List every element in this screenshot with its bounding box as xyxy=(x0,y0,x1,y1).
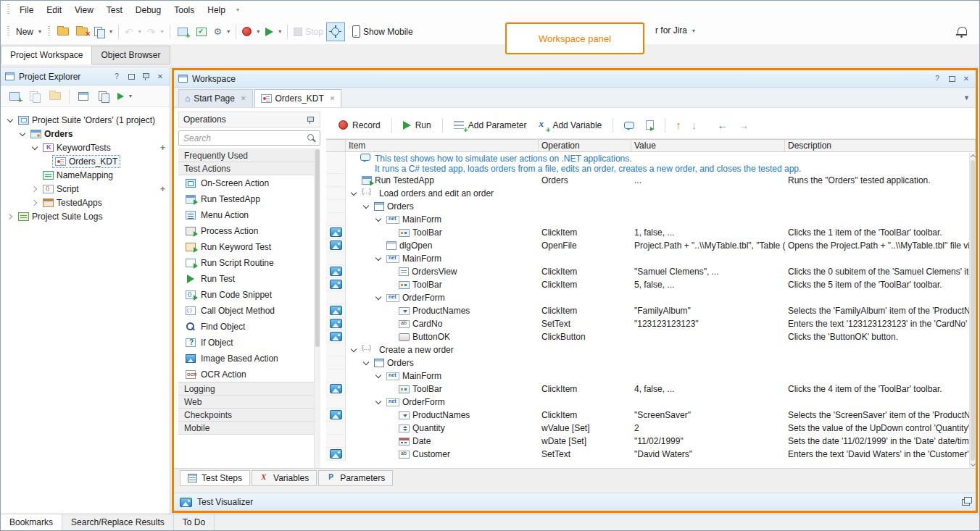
expand-chevron-icon[interactable] xyxy=(5,115,15,125)
pin-panel-icon[interactable] xyxy=(141,72,151,82)
tree-item-orders-kdt[interactable]: Orders_KDT xyxy=(1,154,170,168)
expand-chevron-icon[interactable] xyxy=(373,214,383,225)
update-items-button[interactable] xyxy=(94,87,113,106)
row-mainform[interactable]: MainForm xyxy=(326,213,976,226)
expand-chevron-icon[interactable] xyxy=(361,201,371,212)
menu-file[interactable]: File xyxy=(13,3,40,17)
run-test-button[interactable]: ▾ xyxy=(262,22,284,41)
run-project-button[interactable]: ▾ xyxy=(115,87,135,106)
save-button[interactable]: ▾ xyxy=(91,22,115,41)
outdent-button[interactable]: ← xyxy=(714,120,731,130)
notifications-bell-icon[interactable] xyxy=(956,26,968,38)
tab-object-browser[interactable]: Object Browser xyxy=(92,46,170,64)
operation-find-object[interactable]: Find Object xyxy=(178,319,320,335)
add-new-item-button[interactable] xyxy=(173,22,192,41)
run-button[interactable]: Run xyxy=(399,118,435,133)
tree-item-script[interactable]: Script+ xyxy=(1,182,170,196)
row-ordersview[interactable]: OrdersViewClickItem"Samuel Clemens", ...… xyxy=(326,265,976,278)
tab-project-workspace[interactable]: Project Workspace xyxy=(1,46,92,64)
visualizer-thumbnail-icon[interactable] xyxy=(330,267,342,276)
toolbar-grip[interactable] xyxy=(7,26,9,37)
new-button[interactable]: New▾ xyxy=(13,22,44,41)
operation-menu-action[interactable]: Menu Action xyxy=(178,207,320,223)
operation-run-testedapp[interactable]: Run TestedApp xyxy=(178,191,320,207)
expand-chevron-icon[interactable] xyxy=(361,358,371,368)
menu-overflow-chevron[interactable]: ▾ xyxy=(236,7,239,13)
row-toolbar[interactable]: ToolBarClickItem5, false, ...Clicks the … xyxy=(326,278,976,291)
redo-button[interactable]: ↷▾ xyxy=(144,22,167,41)
menu-tools[interactable]: Tools xyxy=(167,3,201,17)
visualizer-thumbnail-icon[interactable] xyxy=(330,384,342,393)
close-tab-icon[interactable]: ✕ xyxy=(330,95,336,102)
expand-chevron-icon[interactable] xyxy=(373,371,383,381)
tab-test-steps[interactable]: Test Steps xyxy=(180,470,250,486)
tools-options-button[interactable]: ⚙▾ xyxy=(211,22,233,41)
row-toolbar[interactable]: ToolBarClickItem4, false, ...Clicks the … xyxy=(326,382,976,396)
row-run-testedapp[interactable]: Run TestedAppOrders...Runs the "Orders" … xyxy=(326,174,976,187)
scroll-down-icon[interactable] xyxy=(971,461,976,467)
column-header-description[interactable]: Description xyxy=(785,140,976,151)
expand-chevron-icon[interactable] xyxy=(373,397,383,407)
operation-run-keyword-test[interactable]: Run Keyword Test xyxy=(178,239,320,255)
refresh-item-button[interactable] xyxy=(74,87,93,106)
row-toolbar[interactable]: ToolBarClickItem1, false, ...Clicks the … xyxy=(326,226,976,239)
operation-run-code-snippet[interactable]: Run Code Snippet xyxy=(178,287,320,303)
scroll-up-icon[interactable] xyxy=(971,154,976,159)
column-header-item[interactable]: Item xyxy=(346,140,539,151)
add-button[interactable]: + xyxy=(160,184,165,194)
row-quantity[interactable]: QuantitywValue [Set]2Sets the value of t… xyxy=(326,422,976,435)
visualizer-thumbnail-icon[interactable] xyxy=(330,319,342,328)
stop-button[interactable]: Stop xyxy=(291,22,326,41)
visualizer-thumbnail-icon[interactable] xyxy=(330,306,342,315)
expand-chevron-icon[interactable] xyxy=(373,293,383,303)
row-mainform[interactable]: MainForm xyxy=(326,252,976,265)
pin-panel-icon[interactable] xyxy=(305,114,315,125)
menu-view[interactable]: View xyxy=(68,3,100,17)
operation-if-object[interactable]: If Object xyxy=(178,335,320,351)
operations-category-frequently-used[interactable]: Frequently Used xyxy=(178,149,320,162)
tree-item-orders[interactable]: Orders xyxy=(1,127,170,141)
help-icon[interactable]: ? xyxy=(112,72,122,82)
add-existing-item-button[interactable] xyxy=(25,87,44,106)
visualizer-thumbnail-icon[interactable] xyxy=(330,332,342,341)
indent-button[interactable]: → xyxy=(735,120,752,130)
expand-visualizer-icon[interactable] xyxy=(962,499,970,506)
jira-integration-button[interactable]: r for Jira▾ xyxy=(655,25,695,35)
toolbar-grip[interactable] xyxy=(7,4,9,15)
menu-help[interactable]: Help xyxy=(201,3,232,17)
row-productnames[interactable]: ProductNamesClickItem"ScreenSaver"Select… xyxy=(326,409,976,422)
test-visualizer-bar[interactable]: Test Visualizer xyxy=(174,493,976,511)
menu-edit[interactable]: Edit xyxy=(40,3,68,17)
expand-chevron-icon[interactable] xyxy=(5,212,15,222)
operation-run-script-routine[interactable]: Run Script Routine xyxy=(178,255,320,271)
close-panel-icon[interactable]: ✕ xyxy=(155,72,165,82)
float-panel-icon[interactable] xyxy=(947,74,957,84)
tree-item-testedapps[interactable]: TestedApps xyxy=(1,196,170,209)
tree-item-project-suite-orders-1-project[interactable]: Project Suite 'Orders' (1 project) xyxy=(1,113,170,127)
column-header-operation[interactable]: Operation xyxy=(539,140,631,151)
float-panel-icon[interactable] xyxy=(126,72,136,82)
add-parameter-button[interactable]: Add Parameter xyxy=(450,118,531,133)
open-file-button[interactable] xyxy=(54,22,72,41)
add-button[interactable]: + xyxy=(160,143,165,153)
operation-call-object-method[interactable]: Call Object Method xyxy=(178,303,320,319)
expand-chevron-icon[interactable] xyxy=(17,129,28,139)
operation-image-based-action[interactable]: Image Based Action xyxy=(178,351,320,367)
row-customer[interactable]: CustomerSetText"David Waters"Enters the … xyxy=(326,448,976,461)
operation-ocr-action[interactable]: OCR Action xyxy=(178,367,320,382)
add-description-button[interactable] xyxy=(642,118,657,132)
document-tab-start-page[interactable]: ⌂Start Page✕ xyxy=(178,89,253,107)
search-icon[interactable] xyxy=(307,134,316,143)
visualizer-thumbnail-icon[interactable] xyxy=(330,241,342,250)
move-up-button[interactable]: ↑ xyxy=(673,120,684,130)
scrollbar-thumb[interactable] xyxy=(971,160,975,461)
panel-splitter[interactable] xyxy=(320,112,326,468)
menu-debug[interactable]: Debug xyxy=(129,3,167,17)
column-header-value[interactable]: Value xyxy=(631,140,785,151)
visualizer-thumbnail-icon[interactable] xyxy=(330,227,342,237)
grid-scrollbar[interactable] xyxy=(969,153,976,468)
close-tab-icon[interactable]: ✕ xyxy=(241,95,246,102)
row-dlgopen[interactable]: dlgOpenOpenFileProject.Path + "..\\MyTab… xyxy=(326,239,976,252)
tree-item-project-suite-logs[interactable]: Project Suite Logs xyxy=(1,209,170,223)
operations-search-input[interactable] xyxy=(179,132,320,144)
